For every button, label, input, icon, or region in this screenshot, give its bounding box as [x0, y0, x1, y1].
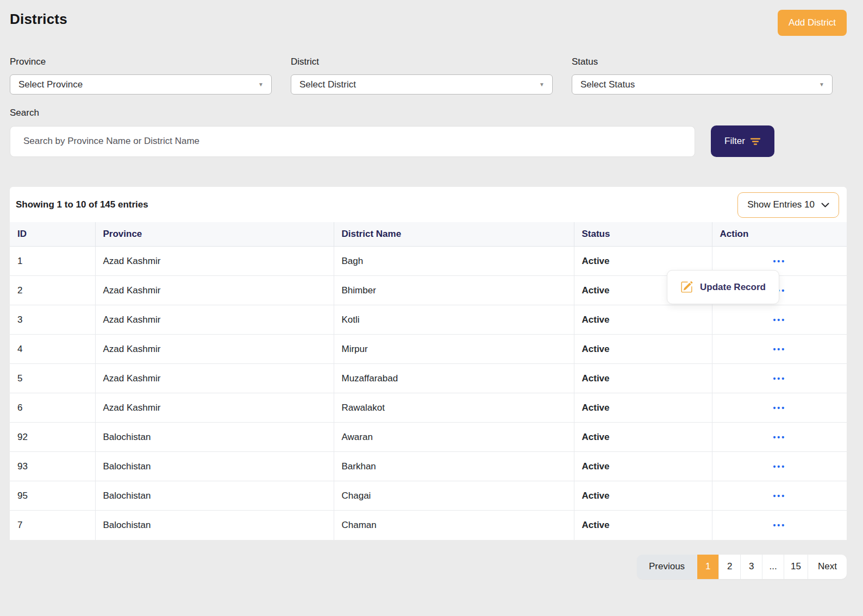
search-section: Search Filter [10, 108, 847, 157]
column-header-action: Action [712, 222, 847, 247]
row-actions-ellipsis-icon[interactable]: ••• [773, 374, 786, 383]
table-row: 92 Balochistan Awaran Active ••• [10, 423, 847, 452]
cell-district: Kotli [334, 305, 574, 335]
table-row: 4 Azad Kashmir Mirpur Active ••• [10, 335, 847, 364]
filters-row: Province Select Province ▼ District Sele… [10, 56, 847, 95]
cell-province: Azad Kashmir [95, 335, 334, 364]
cell-district: Awaran [334, 423, 574, 452]
cell-district: Muzaffarabad [334, 364, 574, 393]
pagination-page-1[interactable]: 1 [697, 555, 718, 579]
status-filter-field: Status Select Status ▼ [572, 56, 833, 95]
province-filter-field: Province Select Province ▼ [10, 56, 272, 95]
district-select[interactable]: Select District ▼ [291, 74, 553, 95]
cell-id: 1 [10, 247, 95, 276]
province-label: Province [10, 56, 272, 67]
status-label: Status [572, 56, 833, 67]
page-title: Districts [10, 10, 67, 28]
cell-district: Rawalakot [334, 393, 574, 423]
cell-district: Bhimber [334, 276, 574, 305]
status-badge: Active [574, 481, 712, 511]
cell-province: Balochistan [95, 481, 334, 511]
cell-district: Chagai [334, 481, 574, 511]
status-badge: Active [574, 305, 712, 335]
pagination-page-2[interactable]: 2 [718, 555, 740, 579]
row-actions-ellipsis-icon[interactable]: ••• [773, 316, 786, 324]
row-actions-menu: Update Record [667, 270, 779, 304]
table-row: 6 Azad Kashmir Rawalakot Active ••• [10, 393, 847, 423]
pagination-row: Previous 1 2 3 ... 15 Next [10, 555, 847, 579]
cell-province: Balochistan [95, 423, 334, 452]
cell-district: Bagh [334, 247, 574, 276]
cell-id: 5 [10, 364, 95, 393]
row-actions-ellipsis-icon[interactable]: ••• [773, 433, 786, 442]
pagination-next-button[interactable]: Next [808, 555, 847, 579]
cell-id: 7 [10, 511, 95, 540]
update-record-menu-item[interactable]: Update Record [680, 281, 766, 293]
chevron-down-icon [821, 203, 829, 208]
status-badge: Active [574, 511, 712, 540]
status-select[interactable]: Select Status ▼ [572, 74, 833, 95]
dropdown-arrow-icon: ▼ [539, 82, 545, 87]
row-actions-ellipsis-icon[interactable]: ••• [773, 492, 786, 500]
filter-button[interactable]: Filter [711, 125, 774, 157]
status-badge: Active [574, 364, 712, 393]
update-record-label: Update Record [700, 282, 766, 293]
edit-icon [680, 281, 693, 293]
cell-id: 6 [10, 393, 95, 423]
cell-province: Azad Kashmir [95, 247, 334, 276]
cell-province: Balochistan [95, 452, 334, 481]
add-district-button[interactable]: Add District [778, 10, 847, 36]
district-label: District [291, 56, 553, 67]
filter-button-label: Filter [724, 136, 745, 147]
table-row: 3 Azad Kashmir Kotli Active ••• [10, 305, 847, 335]
table-row: 5 Azad Kashmir Muzaffarabad Active ••• [10, 364, 847, 393]
row-actions-ellipsis-icon[interactable]: ••• [773, 404, 786, 412]
topbar: Districts Add District [10, 10, 847, 36]
search-input[interactable] [10, 126, 695, 157]
column-header-status: Status [574, 222, 712, 247]
cell-province: Azad Kashmir [95, 305, 334, 335]
table-card-header: Showing 1 to 10 of 145 entries Show Entr… [10, 187, 847, 222]
status-badge: Active [574, 335, 712, 364]
search-label: Search [10, 108, 847, 118]
row-actions-ellipsis-icon[interactable]: ••• [773, 345, 786, 354]
cell-id: 4 [10, 335, 95, 364]
status-badge: Active [574, 452, 712, 481]
show-entries-dropdown[interactable]: Show Entries 10 [737, 192, 839, 218]
cell-id: 93 [10, 452, 95, 481]
cell-id: 2 [10, 276, 95, 305]
cell-province: Azad Kashmir [95, 364, 334, 393]
status-badge: Active [574, 393, 712, 423]
pagination-page-3[interactable]: 3 [740, 555, 762, 579]
row-actions-ellipsis-icon[interactable]: ••• [773, 462, 786, 471]
table-row: 93 Balochistan Barkhan Active ••• [10, 452, 847, 481]
pagination-ellipsis[interactable]: ... [762, 555, 784, 579]
status-badge: Active [574, 423, 712, 452]
cell-district: Chaman [334, 511, 574, 540]
column-header-province: Province [95, 222, 334, 247]
pagination-previous-button[interactable]: Previous [637, 555, 697, 579]
cell-province: Azad Kashmir [95, 276, 334, 305]
show-entries-label: Show Entries 10 [747, 199, 815, 210]
district-filter-field: District Select District ▼ [291, 56, 553, 95]
province-select-value: Select Province [18, 79, 83, 90]
dropdown-arrow-icon: ▼ [819, 82, 824, 87]
pagination: Previous 1 2 3 ... 15 Next [637, 555, 847, 579]
dropdown-arrow-icon: ▼ [258, 82, 264, 87]
districts-table-card: Showing 1 to 10 of 145 entries Show Entr… [10, 187, 847, 540]
cell-id: 3 [10, 305, 95, 335]
column-header-district-name: District Name [334, 222, 574, 247]
entries-summary: Showing 1 to 10 of 145 entries [16, 199, 148, 210]
province-select[interactable]: Select Province ▼ [10, 74, 272, 95]
status-select-value: Select Status [580, 79, 635, 90]
row-actions-ellipsis-icon[interactable]: ••• [773, 521, 786, 530]
cell-district: Mirpur [334, 335, 574, 364]
cell-province: Azad Kashmir [95, 393, 334, 423]
districts-page: Districts Add District Province Select P… [0, 0, 863, 616]
pagination-page-15[interactable]: 15 [784, 555, 808, 579]
row-actions-ellipsis-icon[interactable]: ••• [773, 257, 786, 266]
cell-district: Barkhan [334, 452, 574, 481]
filter-icon [750, 137, 761, 146]
cell-id: 95 [10, 481, 95, 511]
table-row: 7 Balochistan Chaman Active ••• [10, 511, 847, 540]
